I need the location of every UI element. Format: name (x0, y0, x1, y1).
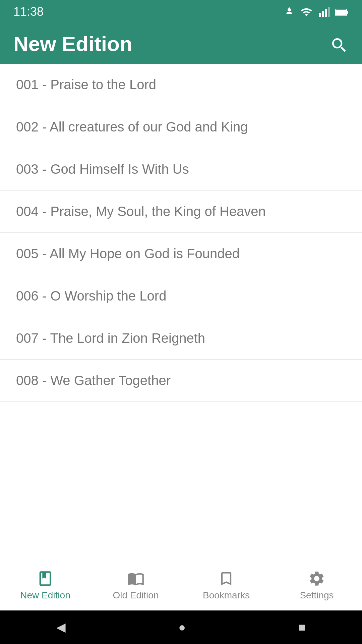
nav-item-old-edition[interactable]: Old Edition (90, 557, 181, 610)
search-button[interactable] (330, 33, 349, 54)
song-item-2[interactable]: 002 - All creatures of our God and King (0, 106, 362, 148)
nav-label-settings: Settings (300, 590, 334, 601)
new-edition-icon (37, 567, 54, 587)
nav-item-settings[interactable]: Settings (272, 557, 362, 610)
home-button[interactable]: ● (178, 620, 186, 634)
nav-item-bookmarks[interactable]: Bookmarks (181, 557, 272, 610)
bottom-navigation: New Edition Old Edition Bookmarks Settin… (0, 557, 362, 610)
status-time: 11:38 (13, 5, 44, 19)
song-item-text: 004 - Praise, My Soul, the King of Heave… (16, 204, 266, 219)
svg-rect-4 (328, 7, 330, 17)
bookmarks-icon (218, 567, 235, 587)
recent-button[interactable]: ■ (298, 620, 306, 634)
song-item-4[interactable]: 004 - Praise, My Soul, the King of Heave… (0, 191, 362, 233)
song-item-5[interactable]: 005 - All My Hope on God is Founded (0, 233, 362, 275)
app-header: New Edition (0, 23, 362, 64)
song-item-text: 006 - O Worship the Lord (16, 288, 166, 304)
settings-icon (308, 567, 325, 587)
signal-icon (318, 5, 330, 18)
nav-label-new-edition: New Edition (20, 590, 70, 601)
song-item-text: 005 - All My Hope on God is Founded (16, 246, 240, 261)
song-item-6[interactable]: 006 - O Worship the Lord (0, 275, 362, 317)
android-nav-bar: ◀ ● ■ (0, 610, 362, 644)
nav-label-old-edition: Old Edition (113, 590, 159, 601)
svg-rect-7 (336, 10, 346, 15)
status-icons (284, 5, 349, 18)
song-list: 001 - Praise to the Lord002 - All creatu… (0, 64, 362, 557)
old-edition-icon (127, 567, 144, 587)
location-icon (284, 6, 295, 18)
song-item-text: 007 - The Lord in Zion Reigneth (16, 331, 205, 346)
song-item-text: 002 - All creatures of our God and King (16, 119, 248, 135)
svg-rect-3 (325, 9, 327, 17)
song-item-1[interactable]: 001 - Praise to the Lord (0, 64, 362, 106)
status-bar: 11:38 (0, 0, 362, 23)
wifi-icon (300, 5, 312, 18)
song-item-text: 008 - We Gather Together (16, 373, 171, 388)
song-item-text: 003 - God Himself Is With Us (16, 162, 189, 177)
song-item-7[interactable]: 007 - The Lord in Zion Reigneth (0, 317, 362, 360)
page-title: New Edition (13, 32, 132, 56)
back-button[interactable]: ◀ (56, 620, 66, 634)
svg-rect-2 (322, 11, 324, 17)
song-item-8[interactable]: 008 - We Gather Together (0, 360, 362, 402)
song-item-3[interactable]: 003 - God Himself Is With Us (0, 148, 362, 191)
nav-label-bookmarks: Bookmarks (203, 590, 250, 601)
svg-rect-6 (347, 11, 348, 14)
svg-rect-1 (319, 13, 321, 17)
song-item-text: 001 - Praise to the Lord (16, 77, 156, 92)
battery-icon (335, 6, 349, 17)
nav-item-new-edition[interactable]: New Edition (0, 557, 90, 610)
